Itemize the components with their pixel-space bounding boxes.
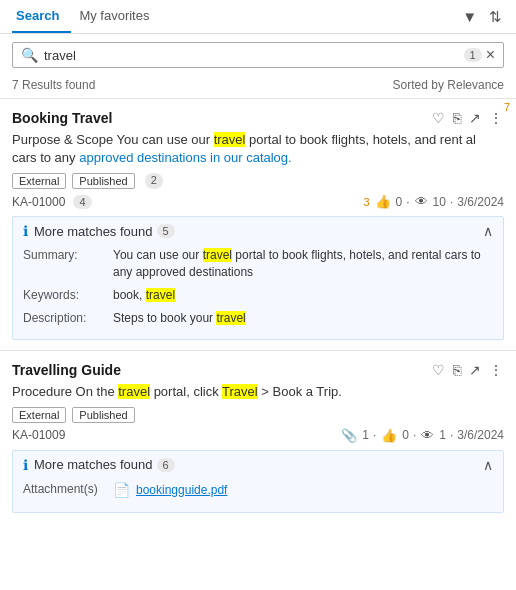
heart-icon-1[interactable]: ♡: [431, 361, 446, 379]
export-icon-1[interactable]: ↗: [468, 361, 482, 379]
view-btn-1[interactable]: 👁: [420, 427, 435, 444]
chevron-up-icon-1: ∧: [483, 457, 493, 473]
search-icon: 🔍: [21, 47, 38, 63]
more-matches-left-0: ℹMore matches found5: [23, 223, 175, 239]
more-matches-body-1: Attachment(s)📄bookingguide.pdf: [23, 481, 493, 501]
results-info: 7 Results found Sorted by Relevance: [0, 76, 516, 98]
card-more-btn-0[interactable]: ⋮: [488, 109, 504, 127]
attachment-link-1[interactable]: bookingguide.pdf: [136, 482, 227, 499]
results-count: 7 Results found: [12, 78, 95, 92]
tag-1-1: Published: [72, 407, 134, 423]
clip-count-1: 1: [362, 428, 369, 442]
match-value-0-1: book, travel: [113, 287, 175, 304]
result-card-1: Travelling Guide♡⎘↗⋮Procedure On the tra…: [0, 350, 516, 524]
search-bar: 🔍 1 ×: [12, 42, 504, 68]
clear-search-button[interactable]: ×: [486, 47, 495, 63]
tab-search[interactable]: Search: [12, 0, 71, 33]
tag-badge-0: 2: [145, 173, 163, 189]
more-matches-label-0: More matches found: [34, 224, 153, 239]
clip-icon-1[interactable]: 📎: [340, 427, 358, 444]
match-label-1-0: Attachment(s): [23, 481, 113, 501]
copy-icon-0[interactable]: ⎘: [452, 109, 462, 127]
match-row-0-0: Summary:You can use our travel portal to…: [23, 247, 493, 281]
tag-0-1: Published: [72, 173, 134, 189]
attachment-icon-1: 📄: [113, 481, 130, 501]
card-meta-right-0: 3👍0·👁10·3/6/2024: [363, 193, 504, 210]
meta-orange-num-0: 3: [363, 196, 369, 208]
more-matches-count-0: 5: [157, 224, 175, 238]
meta-id-badge-0: 4: [73, 195, 91, 209]
more-matches-body-0: Summary:You can use our travel portal to…: [23, 247, 493, 326]
sep-1-2: ·: [450, 428, 453, 442]
card-meta-1: KA-01009📎1·👍0·👁1·3/6/2024: [12, 427, 504, 444]
card-actions-0: 7♡⎘↗⋮: [431, 109, 504, 127]
like-count-0: 0: [396, 195, 403, 209]
card-tags-0: ExternalPublished2: [12, 173, 504, 189]
card-more-btn-1[interactable]: ⋮: [488, 361, 504, 379]
tab-favorites[interactable]: My favorites: [75, 0, 161, 33]
view-count-1: 1: [439, 428, 446, 442]
export-icon-0[interactable]: ↗: [468, 109, 482, 127]
view-count-0: 10: [433, 195, 446, 209]
more-matches-header-0[interactable]: ℹMore matches found5∧: [23, 223, 493, 239]
sort-label: Sorted by Relevance: [393, 78, 504, 92]
card-meta-right-1: 📎1·👍0·👁1·3/6/2024: [340, 427, 504, 444]
match-label-0-1: Keywords:: [23, 287, 113, 304]
more-matches-header-1[interactable]: ℹMore matches found6∧: [23, 457, 493, 473]
match-label-0-0: Summary:: [23, 247, 113, 281]
card-actions-1: ♡⎘↗⋮: [431, 361, 504, 379]
meta-date-1: 3/6/2024: [457, 428, 504, 442]
match-value-0-2: Steps to book your travel: [113, 310, 246, 327]
match-row-0-2: Description:Steps to book your travel: [23, 310, 493, 327]
more-matches-1: ℹMore matches found6∧Attachment(s)📄booki…: [12, 450, 504, 514]
copy-icon-1[interactable]: ⎘: [452, 361, 462, 379]
more-matches-label-1: More matches found: [34, 457, 153, 472]
attachment-row-1: 📄bookingguide.pdf: [113, 481, 227, 501]
sep-0-2: ·: [450, 195, 453, 209]
card-body-0: Purpose & Scope You can use our travel p…: [12, 131, 504, 167]
card-body-1: Procedure On the travel portal, click Tr…: [12, 383, 504, 401]
search-badge: 1: [464, 48, 482, 62]
view-btn-0[interactable]: 👁: [414, 193, 429, 210]
chevron-up-icon-0: ∧: [483, 223, 493, 239]
card-action-number-0: 7: [504, 101, 510, 113]
sep-0-1: ·: [406, 195, 409, 209]
match-value-0-0: You can use our travel portal to book fl…: [113, 247, 493, 281]
card-meta-id-1: KA-01009: [12, 428, 65, 442]
article-id-0: KA-01000: [12, 195, 65, 209]
card-meta-0: KA-0100043👍0·👁10·3/6/2024: [12, 193, 504, 210]
match-label-0-2: Description:: [23, 310, 113, 327]
heart-icon-0[interactable]: ♡: [431, 109, 446, 127]
tabs-bar: Search My favorites ▼︎ ⇅: [0, 0, 516, 34]
search-input[interactable]: [44, 48, 460, 63]
info-icon-1: ℹ: [23, 457, 28, 473]
info-icon-0: ℹ: [23, 223, 28, 239]
results-list: Booking Travel7♡⎘↗⋮Purpose & Scope You c…: [0, 98, 516, 523]
more-matches-0: ℹMore matches found5∧Summary:You can use…: [12, 216, 504, 339]
match-row-0-1: Keywords:book, travel: [23, 287, 493, 304]
sep-1-0: ·: [373, 428, 376, 442]
tab-toolbar: ▼︎ ⇅: [460, 6, 504, 28]
card-tags-1: ExternalPublished: [12, 407, 504, 423]
result-card-0: Booking Travel7♡⎘↗⋮Purpose & Scope You c…: [0, 98, 516, 350]
match-value-1-0: 📄bookingguide.pdf: [113, 481, 227, 501]
tag-1-0: External: [12, 407, 66, 423]
filter-icon[interactable]: ▼︎: [460, 6, 479, 27]
sep-1-1: ·: [413, 428, 416, 442]
article-id-1: KA-01009: [12, 428, 65, 442]
like-count-1: 0: [402, 428, 409, 442]
card-title-0: Booking Travel: [12, 110, 112, 126]
meta-date-0: 3/6/2024: [457, 195, 504, 209]
like-btn-1[interactable]: 👍: [380, 427, 398, 444]
tag-0-0: External: [12, 173, 66, 189]
card-header-1: Travelling Guide♡⎘↗⋮: [12, 361, 504, 379]
card-title-1: Travelling Guide: [12, 362, 121, 378]
more-matches-left-1: ℹMore matches found6: [23, 457, 175, 473]
more-matches-count-1: 6: [157, 458, 175, 472]
sort-icon[interactable]: ⇅: [487, 6, 504, 28]
match-row-1-0: Attachment(s)📄bookingguide.pdf: [23, 481, 493, 501]
like-btn-0[interactable]: 👍: [374, 193, 392, 210]
card-header-0: Booking Travel7♡⎘↗⋮: [12, 109, 504, 127]
card-meta-id-0: KA-010004: [12, 195, 92, 209]
